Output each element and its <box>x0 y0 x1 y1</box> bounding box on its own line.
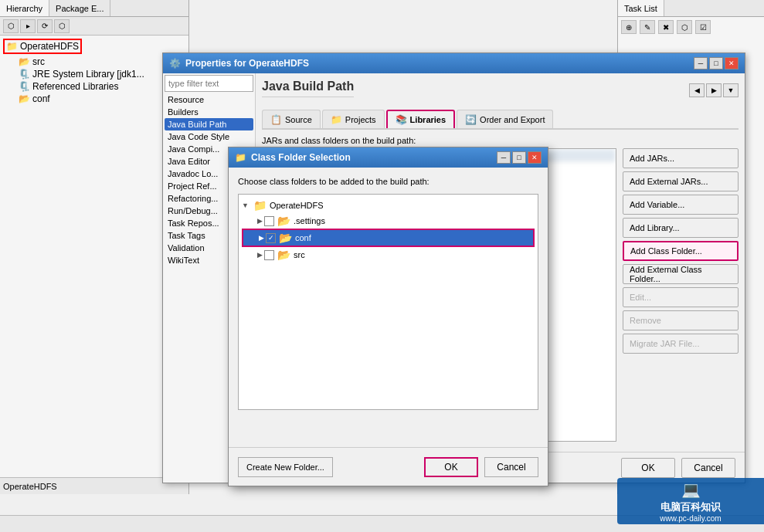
tree-item-ref-libs[interactable]: 🗜️ Referenced Libraries <box>19 80 185 93</box>
page-title: Java Build Path <box>262 80 354 97</box>
minimize-button[interactable]: ─ <box>694 57 708 69</box>
cfd-icon: 📁 <box>235 152 246 163</box>
filter-input[interactable] <box>165 75 253 92</box>
tab-projects[interactable]: 📁 Projects <box>322 110 385 128</box>
settings-expand-arrow: ▶ <box>257 217 263 225</box>
settings-folder-icon: 📂 <box>277 215 290 227</box>
nav-item-builders[interactable]: Builders <box>165 106 253 118</box>
cfd-footer: Create New Folder... OK Cancel <box>229 447 548 486</box>
src-expand-arrow: ▶ <box>257 251 263 259</box>
sidebar-toolbar: ⬡ ▸ ⟳ ⬡ <box>0 17 188 36</box>
tab-libraries[interactable]: 📚 Libraries <box>386 110 455 128</box>
tree-item-src[interactable]: 📂 src <box>19 56 185 68</box>
hierarchy-tab[interactable]: Hierarchy <box>0 0 49 16</box>
properties-titlebar: ⚙️ Properties for OperateHDFS ─ □ ✕ <box>163 53 745 73</box>
tab-order-export[interactable]: 🔄 Order and Export <box>457 110 553 128</box>
nav-arrows: ◀ ▶ ▼ <box>689 83 739 97</box>
cfd-content: Choose class folders to be added to the … <box>229 168 548 447</box>
cfd-ok-cancel-buttons: OK Cancel <box>424 457 538 477</box>
properties-dialog-controls: ─ □ ✕ <box>694 57 739 69</box>
toolbar-btn-3[interactable]: ⟳ <box>37 19 53 33</box>
cfd-cancel-button[interactable]: Cancel <box>484 457 538 477</box>
toolbar-btn-1[interactable]: ⬡ <box>3 19 19 33</box>
sidebar-bottom: OperateHDFS <box>0 477 188 494</box>
taskbar-btn-3[interactable]: ✖ <box>658 20 674 34</box>
nav-item-resource[interactable]: Resource <box>165 93 253 106</box>
src-folder-icon: 📂 <box>277 249 290 261</box>
nav-item-java-build-path[interactable]: Java Build Path <box>165 118 253 130</box>
src-checkbox[interactable] <box>264 250 274 260</box>
sidebar-panel: Hierarchy Package E... ⬡ ▸ ⟳ ⬡ 📁 Operate… <box>0 0 189 494</box>
task-list-tab[interactable]: Task List <box>618 0 664 16</box>
remove-button[interactable]: Remove <box>623 310 739 330</box>
properties-icon: ⚙️ <box>169 58 181 69</box>
migrate-jar-button[interactable]: Migrate JAR File... <box>623 334 739 354</box>
tree-item-conf[interactable]: 📂 conf <box>19 93 185 105</box>
properties-ok-button[interactable]: OK <box>621 458 675 478</box>
taskbar-btn-5[interactable]: ☑ <box>695 20 711 34</box>
nav-item-java-code-style[interactable]: Java Code Style <box>165 130 253 143</box>
jar-icon-reflibs: 🗜️ <box>19 81 30 92</box>
title-area: ⚙️ Properties for OperateHDFS <box>169 58 309 69</box>
tab-source[interactable]: 📋 Source <box>262 110 321 128</box>
sidebar-tab-bar: Hierarchy Package E... <box>0 0 188 17</box>
cfd-minimize-button[interactable]: ─ <box>497 151 511 164</box>
conf-expand-arrow: ▶ <box>259 234 264 242</box>
cfd-tree-src[interactable]: ▶ 📂 src <box>242 247 535 263</box>
cfd-title-area: 📁 Class Folder Selection <box>235 152 351 163</box>
taskbar-content: ⊕ ✎ ✖ ⬡ ☑ <box>618 17 764 40</box>
root-folder-icon: 📁 <box>253 199 267 212</box>
cfd-tree-root[interactable]: ▼ 📁 OperateHDFS <box>242 198 535 213</box>
add-jars-button[interactable]: Add JARs... <box>623 148 739 168</box>
package-explorer-tab[interactable]: Package E... <box>49 0 110 16</box>
add-external-class-folder-button[interactable]: Add External Class Folder... <box>623 264 739 284</box>
toolbar-btn-4[interactable]: ⬡ <box>54 19 70 33</box>
cfd-tree-settings[interactable]: ▶ 📂 .settings <box>242 213 535 229</box>
tree-item-operatehdfs[interactable]: 📁 OperateHDFS <box>3 39 82 54</box>
watermark-title: 电脑百科知识 <box>660 500 721 514</box>
project-icon: 📁 <box>6 41 18 52</box>
cfd-tree-conf[interactable]: ▶ ✓ 📂 conf <box>242 229 535 247</box>
properties-cancel-button[interactable]: Cancel <box>681 458 735 478</box>
cfd-close-button[interactable]: ✕ <box>528 151 542 164</box>
edit-button[interactable]: Edit... <box>623 287 739 307</box>
cfd-controls: ─ □ ✕ <box>497 151 542 164</box>
cfd-tree: ▼ 📁 OperateHDFS ▶ 📂 .settings ▶ ✓ 📂 <box>238 194 538 410</box>
nav-down-button[interactable]: ▼ <box>723 83 739 97</box>
tabs-row: 📋 Source 📁 Projects 📚 Libraries 🔄 Order … <box>262 110 739 130</box>
add-external-jars-button[interactable]: Add External JARs... <box>623 171 739 191</box>
conf-checkbox[interactable]: ✓ <box>266 233 276 243</box>
projects-tab-icon: 📁 <box>331 114 342 125</box>
tree-item-jre[interactable]: 🗜️ JRE System Library [jdk1... <box>19 68 185 80</box>
taskbar-tab-bar: Task List <box>618 0 764 17</box>
watermark: 💻 电脑百科知识 www.pc-daily.com <box>617 478 764 524</box>
root-expand-arrow: ▼ <box>242 202 249 209</box>
class-folder-dialog: 📁 Class Folder Selection ─ □ ✕ Choose cl… <box>228 147 548 486</box>
cfd-maximize-button[interactable]: □ <box>512 151 526 164</box>
close-button[interactable]: ✕ <box>725 57 739 69</box>
taskbar-btn-1[interactable]: ⊕ <box>621 20 637 34</box>
taskbar-btn-4[interactable]: ⬡ <box>677 20 692 34</box>
add-class-folder-button[interactable]: Add Class Folder... <box>623 241 739 261</box>
add-library-button[interactable]: Add Library... <box>623 218 739 238</box>
maximize-button[interactable]: □ <box>709 57 723 69</box>
sidebar-tree: 📁 OperateHDFS 📂 src 🗜️ JRE System Librar… <box>0 36 188 460</box>
add-variable-button[interactable]: Add Variable... <box>623 195 739 215</box>
nav-forward-button[interactable]: ▶ <box>706 83 722 97</box>
order-export-tab-icon: 🔄 <box>465 114 477 125</box>
create-folder-button[interactable]: Create New Folder... <box>238 457 333 477</box>
nav-back-button[interactable]: ◀ <box>689 83 705 97</box>
taskbar-toolbar: ⊕ ✎ ✖ ⬡ ☑ <box>621 20 761 34</box>
toolbar-btn-2[interactable]: ▸ <box>20 19 36 33</box>
settings-checkbox[interactable] <box>264 216 274 226</box>
cfd-titlebar: 📁 Class Folder Selection ─ □ ✕ <box>229 147 548 168</box>
title-row: Java Build Path ◀ ▶ ▼ <box>262 80 739 103</box>
jars-label: JARs and class folders on the build path… <box>262 136 739 145</box>
folder-icon-conf: 📂 <box>19 93 30 104</box>
source-tab-icon: 📋 <box>270 114 282 125</box>
taskbar-btn-2[interactable]: ✎ <box>640 20 655 34</box>
cfd-ok-button[interactable]: OK <box>424 457 478 477</box>
buttons-column: Add JARs... Add External JARs... Add Var… <box>623 148 739 442</box>
folder-icon-src: 📂 <box>19 56 30 67</box>
ok-cancel-buttons: OK Cancel <box>621 458 735 478</box>
